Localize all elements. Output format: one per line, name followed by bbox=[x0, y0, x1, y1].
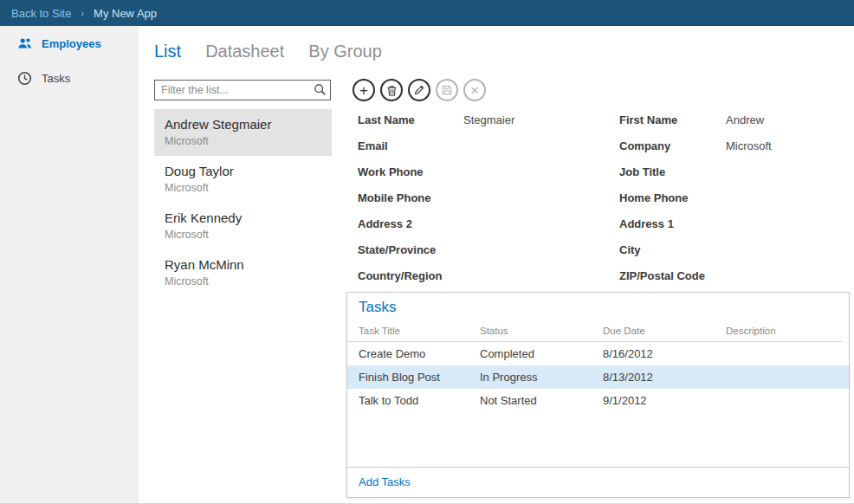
field-label: Job Title bbox=[615, 165, 726, 178]
field-value: Andrew bbox=[726, 113, 847, 126]
field-label: Address 2 bbox=[353, 217, 463, 230]
field-label: First Name bbox=[615, 113, 726, 126]
employee-company: Microsoft bbox=[165, 275, 321, 288]
table-row[interactable]: Talk to Todd Not Started 9/1/2012 bbox=[347, 389, 849, 412]
app-title: My New App bbox=[94, 7, 157, 20]
field-value: Stegmaier bbox=[463, 113, 615, 126]
sidebar-item-label: Employees bbox=[42, 37, 101, 50]
trash-icon bbox=[386, 85, 398, 96]
field-label: Company bbox=[615, 139, 726, 152]
filter-box bbox=[154, 80, 331, 100]
tasks-panel-title: Tasks bbox=[347, 293, 849, 316]
cancel-icon: × bbox=[470, 83, 479, 98]
add-tasks-link[interactable]: Add Tasks bbox=[359, 475, 411, 488]
employee-company: Microsoft bbox=[165, 228, 321, 242]
breadcrumb-chevron-icon: › bbox=[81, 8, 84, 18]
sidebar-item-employees[interactable]: Employees bbox=[0, 26, 139, 61]
field-label: ZIP/Postal Code bbox=[615, 269, 726, 282]
tasks-panel-footer: Add Tasks bbox=[347, 467, 849, 497]
employee-name: Andrew Stegmaier bbox=[165, 116, 321, 132]
task-status-cell: In Progress bbox=[480, 371, 603, 384]
column-header-task-title: Task Title bbox=[359, 326, 480, 336]
employee-name: Doug Taylor bbox=[165, 163, 321, 179]
people-icon bbox=[17, 36, 32, 51]
sidebar-item-label: Tasks bbox=[42, 72, 70, 85]
filter-input[interactable] bbox=[154, 80, 331, 100]
employee-company: Microsoft bbox=[165, 181, 321, 195]
task-due-date-cell: 8/13/2012 bbox=[603, 371, 726, 384]
table-row[interactable]: Create Demo Completed 8/16/2012 bbox=[347, 342, 849, 365]
employee-name: Ryan McMinn bbox=[165, 256, 321, 273]
employee-name: Erik Kennedy bbox=[165, 210, 321, 226]
edit-record-button[interactable] bbox=[408, 79, 430, 101]
tab-datasheet[interactable]: Datasheet bbox=[205, 42, 284, 61]
record-form: Last Name Stegmaier First Name Andrew Em… bbox=[353, 107, 847, 288]
task-status-cell: Completed bbox=[480, 347, 603, 360]
tab-by-group[interactable]: By Group bbox=[308, 42, 381, 61]
employee-list: Andrew Stegmaier Microsoft Doug Taylor M… bbox=[154, 109, 332, 296]
column-header-description: Description bbox=[726, 326, 835, 336]
plus-icon: + bbox=[359, 83, 368, 98]
list-item[interactable]: Erik Kennedy Microsoft bbox=[154, 203, 332, 249]
cancel-edit-button[interactable]: × bbox=[463, 79, 486, 101]
task-status-cell: Not Started bbox=[480, 394, 603, 407]
field-label: City bbox=[615, 243, 726, 256]
tasks-panel: Tasks Task Title Status Due Date Descrip… bbox=[346, 292, 850, 498]
list-item[interactable]: Andrew Stegmaier Microsoft bbox=[154, 109, 332, 156]
field-label: Work Phone bbox=[353, 165, 463, 178]
add-record-button[interactable]: + bbox=[353, 79, 375, 101]
save-icon bbox=[442, 85, 452, 95]
sidebar-item-tasks[interactable]: Tasks bbox=[0, 61, 139, 95]
list-item[interactable]: Doug Taylor Microsoft bbox=[154, 156, 332, 203]
field-label: Last Name bbox=[353, 113, 463, 126]
task-due-date-cell: 8/16/2012 bbox=[603, 347, 726, 360]
tab-list[interactable]: List bbox=[154, 42, 181, 61]
tasks-table-header: Task Title Status Due Date Description bbox=[347, 326, 842, 342]
app-window: Back to Site › My New App Employees bbox=[0, 0, 854, 504]
field-label: Email bbox=[353, 139, 463, 152]
sidebar: Employees Tasks bbox=[0, 26, 139, 503]
field-label: Address 1 bbox=[615, 217, 726, 230]
field-value: Microsoft bbox=[726, 139, 847, 152]
task-due-date-cell: 9/1/2012 bbox=[603, 394, 726, 407]
table-row[interactable]: Finish Blog Post In Progress 8/13/2012 bbox=[347, 365, 849, 389]
employee-company: Microsoft bbox=[165, 134, 321, 148]
clock-icon bbox=[17, 71, 32, 86]
task-title-cell: Create Demo bbox=[359, 347, 480, 360]
record-toolbar: + × bbox=[353, 79, 486, 101]
list-item[interactable]: Ryan McMinn Microsoft bbox=[154, 249, 332, 296]
topbar: Back to Site › My New App bbox=[0, 0, 854, 26]
pencil-icon bbox=[414, 85, 424, 95]
field-label: Country/Region bbox=[353, 269, 463, 282]
field-label: State/Province bbox=[353, 243, 463, 256]
field-label: Home Phone bbox=[615, 191, 726, 204]
column-header-status: Status bbox=[480, 326, 603, 336]
save-record-button[interactable] bbox=[436, 79, 458, 101]
task-title-cell: Finish Blog Post bbox=[359, 371, 480, 384]
task-title-cell: Talk to Todd bbox=[359, 394, 480, 407]
search-icon[interactable] bbox=[314, 83, 327, 96]
column-header-due-date: Due Date bbox=[603, 326, 726, 336]
view-tabs: List Datasheet By Group bbox=[154, 42, 382, 61]
delete-record-button[interactable] bbox=[380, 79, 403, 101]
field-label: Mobile Phone bbox=[353, 191, 463, 204]
back-to-site-link[interactable]: Back to Site bbox=[11, 7, 71, 20]
